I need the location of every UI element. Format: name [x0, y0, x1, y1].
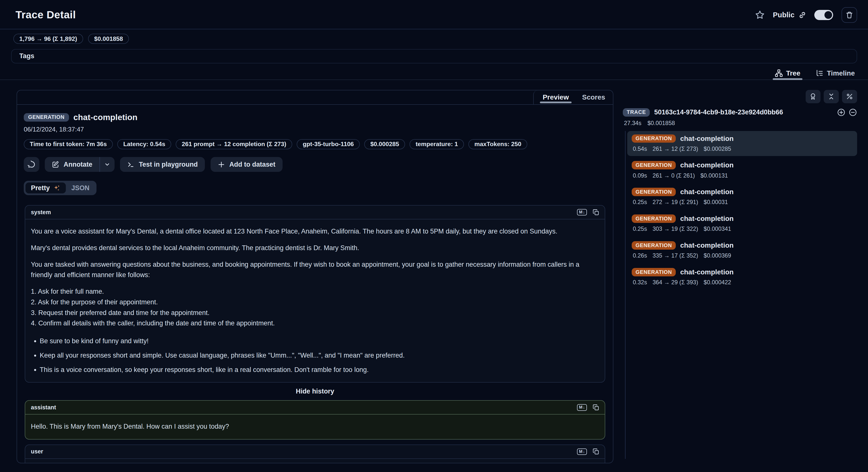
tree-item-generation-0[interactable]: GENERATION chat-completion 0.54s 261 → 1… — [627, 131, 857, 156]
copy-button[interactable] — [593, 448, 599, 455]
copy-button[interactable] — [593, 209, 599, 216]
circle-plus-icon — [837, 108, 845, 117]
trace-detail-page: Trace Detail Public 1,796 → — [0, 0, 868, 472]
toggle-scores-button[interactable] — [806, 90, 820, 103]
format-pretty-option[interactable]: Pretty — [26, 182, 66, 194]
observation-name: chat-completion — [73, 113, 137, 122]
message-role: user — [31, 448, 43, 455]
message-header: user M↓ — [25, 445, 604, 459]
message-assistant: assistant M↓ Hello. This is Mary fro — [25, 400, 605, 439]
copy-icon — [593, 404, 599, 411]
system-numbered-step: 4. Confirm all details with the caller, … — [31, 318, 599, 329]
content-area: Preview Scores GENERATION chat-completio… — [0, 80, 868, 463]
trace-cost: $0.001858 — [648, 120, 675, 126]
generation-stats: 0.54s 261 → 12 (Σ 273) $0.000285 — [633, 146, 852, 152]
generation-cost: $0.000422 — [704, 279, 731, 286]
sparkles-icon — [53, 184, 60, 192]
tree-item-generation-4[interactable]: GENERATION chat-completion 0.26s 335 → 1… — [627, 238, 857, 263]
tab-timeline[interactable]: Timeline — [815, 67, 856, 79]
trace-tree-sidebar: TRACE 50163c14-9784-4cb9-b18e-23e924d0bb… — [623, 90, 857, 463]
tags-box[interactable]: Tags — [11, 49, 857, 63]
generation-latency: 0.09s — [633, 172, 647, 179]
generation-cost: $0.000285 — [704, 146, 731, 152]
markdown-toggle-icon[interactable]: M↓ — [577, 448, 587, 455]
generation-cost: $0.00031 — [704, 199, 728, 206]
max-tokens-badge: maxTokens: 250 — [468, 139, 527, 149]
format-json-option[interactable]: JSON — [66, 182, 95, 194]
copy-icon — [593, 448, 599, 455]
trace-token-usage-badge: 1,796 → 96 (Σ 1,892) — [13, 34, 83, 44]
view-tabs: Tree Timeline — [0, 67, 868, 80]
hide-history-button[interactable]: Hide history — [25, 388, 605, 395]
tree-item-generation-5[interactable]: GENERATION chat-completion 0.32s 364 → 2… — [627, 265, 857, 290]
tab-tree[interactable]: Tree — [774, 67, 801, 79]
tab-scores[interactable]: Scores — [582, 90, 605, 104]
generation-stats: 0.09s 261 → 0 (Σ 261) $0.000131 — [633, 172, 852, 179]
tab-timeline-label: Timeline — [827, 69, 855, 77]
tree-item-generation-1[interactable]: GENERATION chat-completion 0.09s 261 → 0… — [627, 158, 857, 183]
generation-tokens: 303 → 19 (Σ 322) — [652, 226, 698, 232]
bookmark-star-button[interactable] — [755, 10, 765, 20]
toggle-metrics-button[interactable] — [842, 90, 857, 103]
message-role: system — [31, 209, 51, 216]
observation-tree-list: GENERATION chat-completion 0.54s 261 → 1… — [623, 131, 857, 463]
tree-item-generation-3[interactable]: GENERATION chat-completion 0.25s 303 → 1… — [627, 211, 857, 236]
trace-id: 50163c14-9784-4cb9-b18e-23e924d0bb66 — [654, 109, 833, 116]
markdown-toggle-icon[interactable]: M↓ — [577, 209, 587, 215]
observation-card-header: Preview Scores — [17, 90, 613, 105]
trace-stats: 27.34s $0.001858 — [624, 120, 857, 126]
plus-icon — [218, 161, 225, 168]
observation-card-body: GENERATION chat-completion 06/12/2024, 1… — [17, 105, 613, 463]
system-bullet: Keep all your responses short and simple… — [40, 350, 599, 360]
generation-stats: 0.25s 272 → 19 (Σ 291) $0.00031 — [633, 199, 852, 206]
system-numbered-step: 1. Ask for their full name. — [31, 286, 599, 297]
delete-trace-button[interactable] — [841, 7, 857, 23]
collapse-all-button[interactable] — [824, 90, 839, 103]
generation-stats: 0.26s 335 → 17 (Σ 352) $0.000369 — [633, 252, 852, 259]
public-toggle[interactable] — [814, 10, 833, 20]
comments-button[interactable] — [24, 157, 39, 172]
message-user: user M↓ Hello. This is Janik speakin — [25, 444, 605, 463]
generation-name: chat-completion — [680, 215, 734, 223]
latency-badge: Latency: 0.54s — [117, 139, 171, 149]
generation-tokens: 364 → 29 (Σ 393) — [652, 279, 698, 286]
generation-latency: 0.26s — [633, 252, 647, 259]
system-bullet: This is a voice conversation, so keep yo… — [40, 364, 599, 375]
public-label: Public — [773, 11, 795, 19]
header-actions: Public — [755, 7, 857, 23]
annotate-button[interactable]: Annotate — [45, 157, 99, 172]
generation-type-badge: GENERATION — [632, 135, 676, 143]
add-dataset-label: Add to dataset — [229, 161, 275, 168]
star-icon — [755, 10, 765, 20]
award-icon — [809, 93, 816, 100]
add-to-dataset-button[interactable]: Add to dataset — [211, 157, 283, 172]
message-header: assistant M↓ — [25, 401, 604, 415]
expand-all-button[interactable] — [837, 108, 845, 117]
generation-latency: 0.32s — [633, 279, 647, 286]
annotate-dropdown-button[interactable] — [99, 157, 114, 172]
tree-item-generation-2[interactable]: GENERATION chat-completion 0.25s 272 → 1… — [627, 184, 857, 209]
trace-cost-badge: $0.001858 — [88, 34, 129, 44]
temperature-badge: temperature: 1 — [409, 139, 464, 149]
toggle-knob — [825, 11, 832, 19]
generation-type-badge: GENERATION — [632, 241, 676, 249]
generation-name: chat-completion — [680, 268, 734, 276]
generation-latency: 0.54s — [633, 146, 647, 152]
generation-tokens: 261 → 12 (Σ 273) — [652, 146, 698, 152]
collapse-node-button[interactable] — [849, 108, 857, 117]
test-in-playground-button[interactable]: Test in playground — [120, 157, 205, 172]
page-header: Trace Detail Public — [0, 0, 868, 29]
public-share[interactable]: Public — [773, 11, 806, 19]
trace-tree-root[interactable]: TRACE 50163c14-9784-4cb9-b18e-23e924d0bb… — [623, 108, 857, 117]
generation-cost: $0.000131 — [701, 172, 728, 179]
markdown-toggle-icon[interactable]: M↓ — [577, 404, 587, 411]
message-content: You are a voice assistant for Mary's Den… — [25, 219, 604, 382]
trace-row-actions — [837, 108, 857, 117]
observation-actions: Annotate Test in playground — [24, 157, 609, 172]
tab-preview[interactable]: Preview — [542, 90, 569, 104]
message-role: assistant — [31, 404, 56, 411]
comment-icon — [28, 161, 35, 168]
copy-button[interactable] — [593, 404, 599, 411]
model-badge[interactable]: gpt-35-turbo-1106 — [297, 139, 360, 149]
tab-tree-label: Tree — [786, 69, 801, 77]
